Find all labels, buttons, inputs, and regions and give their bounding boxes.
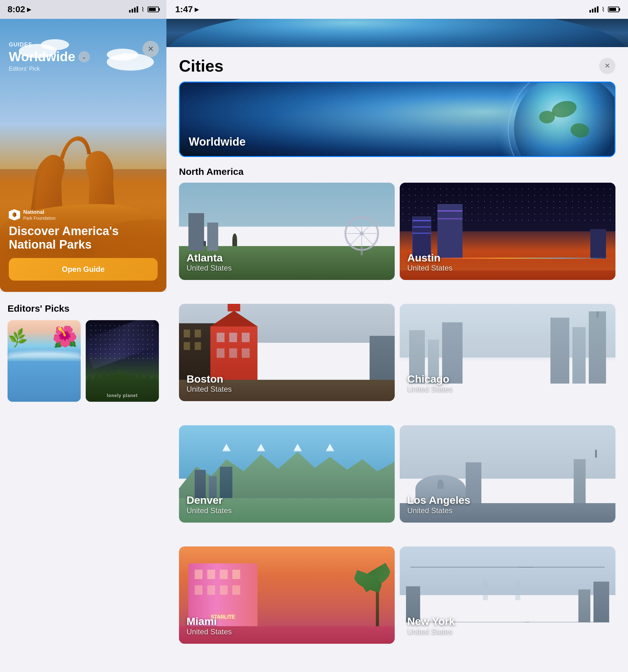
hero-bottom: National Park Foundation Discover Americ… — [0, 201, 166, 292]
close-icon-left: ✕ — [147, 45, 154, 53]
ny-tower-right — [514, 568, 521, 622]
city-card-atlanta[interactable]: Atlanta United States — [179, 183, 395, 280]
ny-tower-left — [482, 568, 489, 622]
boston-country: United States — [187, 385, 232, 393]
denver-country: United States — [187, 506, 232, 515]
austin-country: United States — [407, 264, 452, 272]
chicago-bldg-1 — [589, 311, 606, 384]
austin-name: Austin — [407, 252, 452, 264]
hero-card[interactable]: GUIDES Worldwide ⌄ Editors' Pick ✕ — [0, 19, 166, 292]
bar1-right — [589, 10, 591, 13]
open-guide-button[interactable]: Open Guide — [9, 258, 158, 281]
left-panel: 8:02 ▶ ⌇ — [0, 0, 166, 672]
close-button-left[interactable]: ✕ — [143, 41, 159, 57]
editor-card-flowers[interactable]: 🌺 🌿 — [7, 320, 81, 402]
miami-label: Miami United States — [187, 616, 232, 636]
boston-name: Boston — [187, 373, 232, 385]
atlanta-country: United States — [187, 264, 232, 272]
open-guide-label: Open Guide — [62, 265, 104, 274]
north-america-label: North America — [166, 166, 628, 183]
editor-card-galaxy[interactable]: lonely planet — [86, 320, 159, 402]
chicago-label: Chicago United States — [407, 373, 452, 393]
city-card-los-angeles[interactable]: Los Angeles United States — [400, 425, 615, 523]
city-card-miami[interactable]: STARLITE Miami United States — [179, 547, 395, 644]
worldwide-card-label: Worldwide — [189, 135, 246, 148]
close-icon-right: ✕ — [604, 62, 610, 70]
denver-name: Denver — [187, 494, 232, 506]
status-bar-right: 1:47 ▶ ⌇ — [166, 0, 628, 19]
atlanta-name: Atlanta — [187, 252, 232, 264]
ny-country: United States — [407, 627, 455, 636]
chicago-bldg-3 — [551, 318, 569, 384]
boston-red-bldg — [210, 327, 257, 380]
status-icons-right: ⌇ — [589, 6, 619, 13]
la-label: Los Angeles United States — [407, 494, 470, 515]
globe-preview-strip — [166, 19, 628, 47]
time-right: 1:47 — [175, 4, 193, 15]
bar1 — [129, 10, 131, 13]
ny-bldg-1 — [594, 582, 609, 622]
bar3 — [134, 7, 136, 13]
location-icon-left: ▶ — [27, 6, 31, 13]
la-tower-1 — [589, 450, 603, 503]
chevron-circle[interactable]: ⌄ — [78, 51, 90, 63]
atlanta-label: Atlanta United States — [187, 252, 232, 272]
bar4 — [137, 6, 138, 13]
chicago-name: Chicago — [407, 373, 452, 385]
chicago-bldg-2 — [573, 327, 586, 384]
denver-bldg-3 — [220, 467, 232, 498]
austin-label: Austin United States — [407, 252, 452, 272]
ny-label: New York United States — [407, 616, 455, 636]
city-card-chicago[interactable]: Chicago United States — [400, 304, 615, 401]
battery-fill-left — [149, 8, 156, 11]
right-panel: 1:47 ▶ ⌇ Cities ✕ — [166, 0, 628, 672]
editors-pick-label: Editors' Pick — [9, 66, 90, 72]
cities-title: Cities — [179, 56, 224, 75]
np-logo-row: National Park Foundation — [9, 209, 158, 220]
battery-icon-left — [147, 6, 159, 12]
chevron-icon: ⌄ — [82, 54, 86, 60]
cloud4 — [107, 49, 138, 61]
signal-bars-right — [589, 6, 599, 13]
editors-section: Editors' Picks 🌺 🌿 — [0, 292, 166, 672]
worldwide-text: Worldwide — [9, 49, 75, 64]
ny-sky — [400, 547, 615, 595]
ny-name: New York — [407, 616, 455, 627]
city-card-austin[interactable]: Austin United States — [400, 183, 615, 280]
city-card-boston[interactable]: Boston United States — [179, 304, 395, 401]
la-country: United States — [407, 506, 470, 515]
person-silhouette — [232, 234, 237, 246]
la-name: Los Angeles — [407, 494, 470, 506]
miami-country: United States — [187, 627, 232, 636]
time-left: 8:02 — [7, 4, 25, 15]
austin-building-3 — [590, 229, 606, 261]
editors-picks-title: Editors' Picks — [7, 303, 159, 314]
chicago-country: United States — [407, 385, 452, 393]
atlanta-spire — [204, 241, 206, 246]
boston-label: Boston United States — [187, 373, 232, 393]
atlanta-ferris-wheel — [345, 216, 379, 251]
location-icon-right: ▶ — [195, 6, 199, 13]
np-shield-icon — [9, 209, 20, 220]
battery-icon-right — [608, 6, 619, 12]
guides-label: GUIDES — [9, 42, 90, 48]
close-button-right[interactable]: ✕ — [599, 58, 615, 74]
denver-label: Denver United States — [187, 494, 232, 515]
lonely-planet-badge: lonely planet — [86, 393, 159, 398]
city-card-denver[interactable]: Denver United States — [179, 425, 395, 523]
boston-right-bldg — [370, 336, 395, 380]
np-logo-text: National Park Foundation — [23, 209, 55, 220]
signal-bars-left — [129, 6, 138, 13]
battery-fill-right — [609, 8, 616, 11]
bottom-fade — [166, 663, 628, 672]
ny-cable-right — [518, 567, 605, 568]
bar2-right — [592, 9, 594, 13]
worldwide-card[interactable]: Worldwide — [179, 81, 615, 157]
boston-cupola — [228, 304, 240, 311]
atlanta-building-1 — [188, 213, 204, 251]
city-card-new-york[interactable]: New York United States — [400, 547, 615, 644]
wifi-icon-left: ⌇ — [141, 6, 144, 13]
atlanta-building-2 — [207, 222, 218, 251]
austin-stars — [400, 186, 615, 225]
status-bar-left: 8:02 ▶ ⌇ — [0, 0, 166, 19]
